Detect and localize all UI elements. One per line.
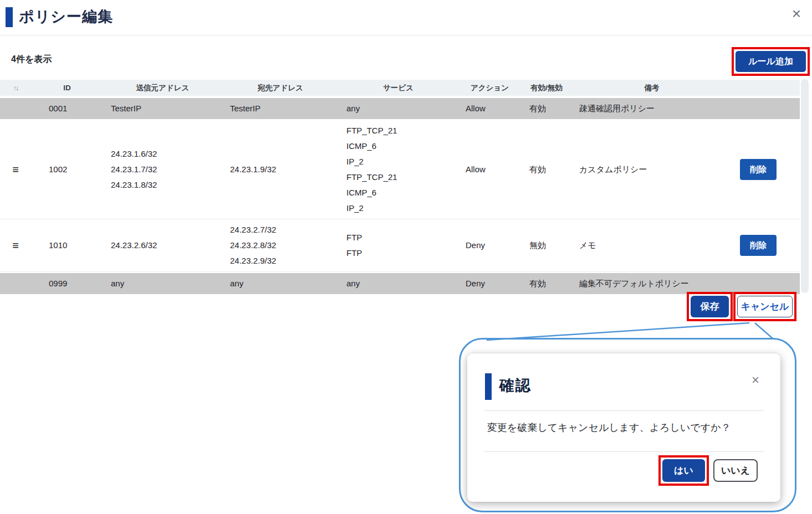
cell-action: Allow	[458, 98, 522, 119]
header-enabled: 有効/無効	[522, 83, 571, 93]
policy-table-body: 0001 TesterIP TesterIP any Allow 有効 疎通確認…	[0, 97, 800, 295]
cancel-button[interactable]: キャンセル	[737, 296, 793, 317]
cell-id: 0999	[31, 273, 103, 294]
annotation-box-save: 保存	[687, 292, 733, 321]
drag-handle-icon[interactable]: ≡	[0, 235, 31, 256]
delete-button[interactable]: 削除	[740, 159, 777, 180]
dialog-close-icon[interactable]: ×	[747, 372, 764, 388]
cell-remarks: カスタムポリシー	[571, 159, 732, 180]
dialog-divider-top	[484, 410, 764, 411]
cell-destination-address: 24.23.2.7/3224.23.2.8/3224.23.2.9/32	[222, 219, 339, 271]
policy-table: ↑↓ ID 送信元アドレス 宛先アドレス サービス アクション 有効/無効 備考…	[0, 80, 800, 295]
cell-action: Deny	[458, 235, 522, 256]
drag-handle-icon[interactable]: ≡	[0, 159, 31, 180]
cell-enabled: 有効	[522, 159, 571, 180]
cell-service: FTPFTP	[339, 227, 458, 264]
cell-action: Allow	[458, 159, 522, 180]
close-icon[interactable]: ×	[787, 4, 806, 23]
annotation-box-add-rule: ルール追加	[732, 47, 810, 76]
yes-button[interactable]: はい	[662, 459, 705, 482]
cell-source-address: 24.23.2.6/32	[103, 235, 222, 256]
cell-remarks: 編集不可デフォルトポリシー	[571, 273, 732, 294]
no-button[interactable]: いいえ	[713, 459, 758, 482]
cell-destination-address: 24.23.1.9/32	[222, 159, 339, 180]
result-count-label: 4件を表示	[11, 54, 52, 65]
cell-enabled: 無効	[522, 235, 571, 256]
header-id: ID	[31, 84, 103, 92]
annotation-box-cancel: キャンセル	[733, 292, 796, 321]
header-source-address: 送信元アドレス	[103, 83, 222, 93]
table-header-row: ↑↓ ID 送信元アドレス 宛先アドレス サービス アクション 有効/無効 備考	[0, 80, 800, 97]
cell-id: 1010	[31, 235, 103, 256]
dialog-title: 確認	[499, 376, 532, 395]
drag-handle-icon	[0, 106, 31, 111]
cell-action: Deny	[458, 273, 522, 294]
annotation-box-yes: はい	[658, 455, 709, 486]
header-remarks: 備考	[571, 83, 732, 93]
save-button[interactable]: 保存	[691, 296, 729, 317]
add-rule-button[interactable]: ルール追加	[736, 51, 806, 72]
cell-id: 0001	[31, 98, 103, 119]
cell-source-address: TesterIP	[103, 98, 222, 119]
policy-edit-modal: ポリシー編集 × 4件を表示 ルール追加 ↑↓ ID 送信元アドレス 宛先アドレ…	[0, 0, 812, 294]
dialog-title-accent-bar	[485, 373, 492, 400]
table-row: 0001 TesterIP TesterIP any Allow 有効 疎通確認…	[0, 97, 800, 120]
cell-source-address: 24.23.1.6/3224.23.1.7/3224.23.1.8/32	[103, 143, 222, 196]
table-scrollbar[interactable]	[801, 79, 809, 293]
header-destination-address: 宛先アドレス	[222, 83, 339, 93]
cell-service: any	[339, 98, 458, 119]
cell-id: 1002	[31, 159, 103, 180]
cell-destination-address: TesterIP	[222, 98, 339, 119]
confirm-dialog: 確認 × 変更を破棄してキャンセルします、よろしいですか？ はい いいえ	[467, 353, 780, 502]
cell-remarks: メモ	[571, 235, 732, 256]
header-divider	[0, 35, 812, 35]
cell-remarks: 疎通確認用ポリシー	[571, 98, 732, 119]
dialog-message: 変更を破棄してキャンセルします、よろしいですか？	[487, 421, 731, 434]
table-row: 0999 any any any Deny 有効 編集不可デフォルトポリシー	[0, 272, 800, 295]
header-action: アクション	[458, 83, 522, 93]
table-row: ≡ 1010 24.23.2.6/32 24.23.2.7/3224.23.2.…	[0, 219, 800, 272]
cell-service: any	[339, 273, 458, 294]
page-title: ポリシー編集	[19, 7, 113, 27]
cell-source-address: any	[103, 273, 222, 294]
dialog-divider-bottom	[484, 451, 764, 452]
cell-enabled: 有効	[522, 273, 571, 294]
drag-handle-icon	[0, 281, 31, 286]
title-accent-bar	[6, 7, 13, 27]
cell-service: FTP_TCP_21ICMP_6IP_2FTP_TCP_21ICMP_6IP_2	[339, 120, 458, 219]
delete-button[interactable]: 削除	[740, 235, 777, 256]
cell-destination-address: any	[222, 273, 339, 294]
header-service: サービス	[339, 83, 458, 93]
table-row: ≡ 1002 24.23.1.6/3224.23.1.7/3224.23.1.8…	[0, 120, 800, 219]
cell-enabled: 有効	[522, 98, 571, 119]
sort-icon[interactable]: ↑↓	[0, 84, 31, 92]
screenshot-canvas: ポリシー編集 × 4件を表示 ルール追加 ↑↓ ID 送信元アドレス 宛先アドレ…	[0, 0, 812, 514]
